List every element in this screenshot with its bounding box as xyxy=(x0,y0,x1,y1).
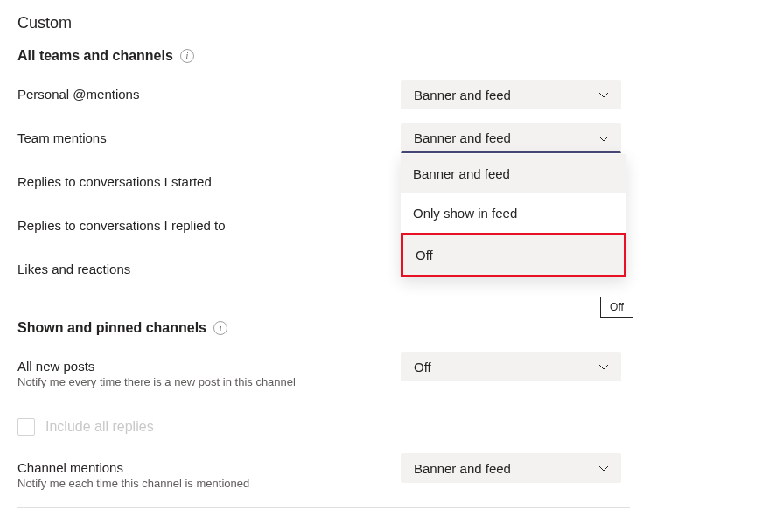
section-header-shown-pinned: Shown and pinned channels i xyxy=(17,320,766,336)
dropdown-team-mentions: Banner and feed Only show in feed Off xyxy=(401,154,626,277)
label-personal-mentions: Personal @mentions xyxy=(17,87,401,102)
row-include-all-replies: Include all replies xyxy=(17,404,766,453)
desc-channel-mentions: Notify me each time this channel is ment… xyxy=(17,477,401,490)
select-value: Banner and feed xyxy=(414,130,511,145)
chevron-down-icon xyxy=(598,132,610,144)
chevron-down-icon xyxy=(598,88,610,101)
select-value: Banner and feed xyxy=(414,88,511,102)
chevron-down-icon xyxy=(598,462,610,474)
checkbox-include-all-replies xyxy=(17,418,35,436)
section-divider xyxy=(17,508,630,508)
info-icon[interactable]: i xyxy=(213,321,227,335)
dropdown-option-off[interactable]: Off xyxy=(401,233,626,277)
section-header-all-teams: All teams and channels i xyxy=(17,48,766,64)
label-replies-replied: Replies to conversations I replied to xyxy=(17,218,401,233)
row-all-new-posts: All new posts Notify me every time there… xyxy=(17,352,766,404)
select-personal-mentions[interactable]: Banner and feed xyxy=(401,80,621,109)
info-icon[interactable]: i xyxy=(180,49,194,63)
label-likes-reactions: Likes and reactions xyxy=(17,262,401,276)
row-team-mentions: Team mentions Banner and feed Banner and… xyxy=(17,123,766,167)
row-replies-replied: Replies to conversations I replied to xyxy=(17,211,766,255)
desc-all-new-posts: Notify me every time there is a new post… xyxy=(17,375,401,388)
row-personal-mentions: Personal @mentions Banner and feed xyxy=(17,80,766,123)
select-channel-mentions[interactable]: Banner and feed xyxy=(401,453,621,483)
label-include-all-replies: Include all replies xyxy=(45,419,154,435)
label-channel-mentions: Channel mentions xyxy=(17,460,401,475)
section-divider xyxy=(17,304,630,304)
select-team-mentions[interactable]: Banner and feed xyxy=(401,123,621,153)
section-header-text: All teams and channels xyxy=(17,48,173,64)
row-likes-reactions: Likes and reactions xyxy=(17,255,766,298)
select-value: Off xyxy=(414,360,431,374)
row-channel-mentions: Channel mentions Notify me each time thi… xyxy=(17,453,766,506)
chevron-down-icon xyxy=(598,360,610,373)
page-title: Custom xyxy=(17,14,766,32)
label-all-new-posts: All new posts xyxy=(17,359,401,374)
row-replies-started: Replies to conversations I started xyxy=(17,167,766,211)
section-header-text: Shown and pinned channels xyxy=(17,320,206,336)
select-all-new-posts[interactable]: Off xyxy=(401,352,621,382)
label-team-mentions: Team mentions xyxy=(17,130,401,145)
dropdown-option-banner-and-feed[interactable]: Banner and feed xyxy=(401,154,626,193)
select-value: Banner and feed xyxy=(414,461,511,476)
off-tag[interactable]: Off xyxy=(600,297,633,318)
label-replies-started: Replies to conversations I started xyxy=(17,174,401,189)
dropdown-option-only-show-in-feed[interactable]: Only show in feed xyxy=(401,193,626,233)
